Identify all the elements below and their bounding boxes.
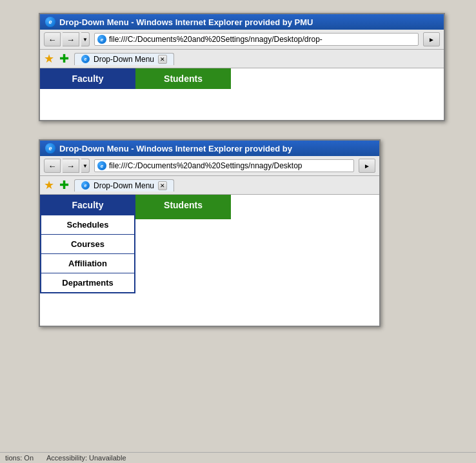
students-menu-2[interactable]: Students [135,195,231,219]
address-bar-2[interactable]: e file:///C:/Documents%20and%20Settings/… [94,159,354,172]
title-bar-1: e Drop-Down Menu - Windows Internet Expl… [40,14,444,30]
faculty-menu-2[interactable]: Faculty [40,195,135,215]
forward-button-2[interactable]: → [63,159,79,173]
go-button-1[interactable]: ► [423,32,440,46]
tab-label-1: Drop-Down Menu [94,55,154,64]
students-menu-1[interactable]: Students [135,68,231,89]
back-button-1[interactable]: ← [44,32,61,46]
faculty-menu-1[interactable]: Faculty [40,68,135,89]
address-text-1: file:///C:/Documents%20and%20Settings/nn… [109,35,322,44]
tab-close-1[interactable]: ✕ [158,55,167,64]
address-ie-icon-2: e [97,161,106,170]
status-bar: tions: On Accessibility: Unavailable [0,452,476,463]
dropdown-item-affiliation[interactable]: Affiliation [41,254,134,273]
address-bar-1[interactable]: e file:///C:/Documents%20and%20Settings/… [94,33,419,46]
tab-close-2[interactable]: ✕ [158,181,167,190]
nav-menu-1: Faculty Students [40,68,444,89]
ie-icon-2: e [45,143,55,153]
dropdown-item-courses[interactable]: Courses [41,235,134,254]
nav-bar-1: ← → ▼ e file:///C:/Documents%20and%20Set… [40,30,444,50]
tab-ie-icon-2: e [81,181,90,190]
nav-menu-2: Faculty Schedules Courses Affiliation De… [40,195,379,293]
favorites-star-1[interactable]: ★ [44,52,54,66]
nav-dropdown-2[interactable]: ▼ [81,159,90,173]
tab-label-2: Drop-Down Menu [94,181,154,190]
go-button-2[interactable]: ► [359,159,375,173]
favorites-bar-1: ★ ✚ e Drop-Down Menu ✕ [40,50,444,68]
address-text-2: file:///C:/Documents%20and%20Settings/nn… [109,161,302,170]
content-area-1: Faculty Students [40,68,444,120]
tab-1[interactable]: e Drop-Down Menu ✕ [74,53,174,65]
add-favorite-2[interactable]: ✚ [59,178,69,192]
add-favorite-1[interactable]: ✚ [59,52,69,66]
faculty-dropdown-menu: Schedules Courses Affiliation Department… [40,215,135,293]
forward-button-1[interactable]: → [63,32,79,46]
tab-ie-icon-1: e [81,55,90,63]
window-title-1: Drop-Down Menu - Windows Internet Explor… [59,17,313,27]
ie-icon-1: e [45,17,55,27]
nav-bar-2: ← → ▼ e file:///C:/Documents%20and%20Set… [40,156,379,176]
favorites-bar-2: ★ ✚ e Drop-Down Menu ✕ [40,176,379,195]
content-area-2: Faculty Schedules Courses Affiliation De… [40,195,379,326]
favorites-star-2[interactable]: ★ [44,178,54,192]
faculty-dropdown-container: Faculty Schedules Courses Affiliation De… [40,195,135,293]
back-button-2[interactable]: ← [44,159,61,173]
protected-mode-status: tions: On [5,454,34,462]
title-bar-2: e Drop-Down Menu - Windows Internet Expl… [40,141,379,156]
address-ie-icon-1: e [97,35,106,44]
tab-2[interactable]: e Drop-Down Menu ✕ [74,179,174,192]
accessibility-status: Accessibility: Unavailable [46,454,126,462]
window-title-2: Drop-Down Menu - Windows Internet Explor… [59,144,292,153]
nav-dropdown-1[interactable]: ▼ [81,32,90,46]
dropdown-item-departments[interactable]: Departments [41,273,134,292]
dropdown-item-schedules[interactable]: Schedules [41,215,134,235]
